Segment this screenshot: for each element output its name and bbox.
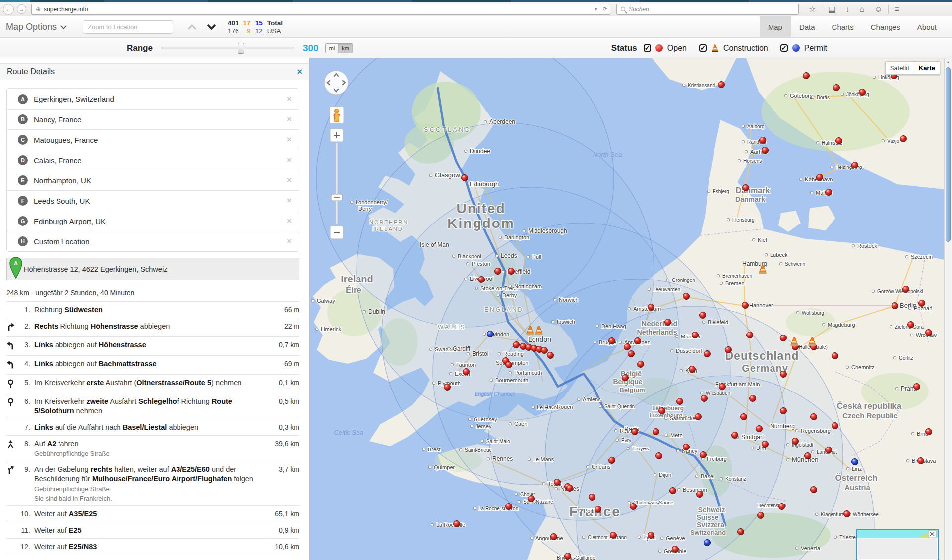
back-button[interactable]: ← [3, 4, 14, 15]
url-text[interactable]: supercharge.info [44, 6, 592, 13]
supercharger-marker-open[interactable] [826, 447, 832, 453]
supercharger-marker-open[interactable] [683, 293, 690, 300]
permit-checkbox[interactable]: ✓ [780, 44, 788, 52]
supercharger-marker-open[interactable] [551, 534, 557, 540]
pegman-control[interactable] [330, 107, 344, 123]
expand-chevron-icon[interactable] [207, 21, 216, 30]
browser-tab[interactable] [30, 0, 104, 2]
supercharger-marker-open[interactable] [648, 532, 654, 539]
route-waypoint-row[interactable]: GEdinburgh Airport, UK× [7, 211, 299, 231]
browser-tab[interactable] [0, 0, 30, 2]
map-type-satellite-button[interactable]: Satellit [885, 61, 914, 75]
supercharger-marker-open[interactable] [780, 335, 787, 341]
supercharger-marker-open[interactable] [762, 441, 769, 448]
supercharger-marker-open[interactable] [528, 496, 535, 502]
supercharger-marker-open[interactable] [638, 361, 644, 368]
tab-charts[interactable]: Charts [824, 16, 862, 38]
supercharger-marker-open[interactable] [554, 479, 561, 486]
map-type-map-button[interactable]: Karte [914, 61, 940, 75]
map[interactable]: Satellit Karte [310, 58, 944, 560]
supercharger-marker-open[interactable] [610, 532, 617, 539]
supercharger-marker-open[interactable] [632, 429, 638, 435]
supercharger-marker-open[interactable] [900, 136, 907, 142]
search-input[interactable] [629, 6, 798, 13]
supercharger-marker-open[interactable] [506, 362, 512, 368]
supercharger-marker-open[interactable] [719, 384, 726, 390]
supercharger-marker-open[interactable] [811, 487, 817, 493]
supercharger-marker-open[interactable] [758, 512, 764, 519]
supercharger-marker-open[interactable] [704, 351, 711, 357]
supercharger-marker-open[interactable] [648, 304, 654, 311]
map-pan-control[interactable] [324, 71, 348, 95]
supercharger-marker-open[interactable] [926, 330, 932, 336]
feedback-icon[interactable]: ☺ [874, 5, 882, 14]
supercharger-marker-open[interactable] [738, 529, 744, 535]
route-waypoint-row[interactable]: BNancy, France× [7, 109, 299, 129]
bookmarks-menu-icon[interactable]: ▤ [828, 4, 835, 14]
supercharger-marker-open[interactable] [463, 369, 470, 375]
supercharger-marker-open[interactable] [462, 175, 468, 181]
remove-waypoint-icon[interactable]: × [287, 94, 292, 104]
supercharger-marker-open[interactable] [567, 485, 573, 492]
map-canvas[interactable]: UnitedKingdomSCOTLANDNORTHERNIRELANDENGL… [310, 58, 944, 560]
search-bar[interactable] [616, 4, 799, 15]
supercharger-marker-open[interactable] [844, 511, 850, 517]
forward-button[interactable]: → [17, 4, 26, 14]
supercharger-marker-open[interactable] [670, 488, 676, 494]
supercharger-marker-open[interactable] [683, 444, 690, 450]
browser-tab[interactable] [208, 0, 293, 2]
scrollbar-thumb[interactable] [946, 67, 951, 242]
range-slider[interactable] [161, 47, 294, 49]
supercharger-marker-open[interactable] [541, 347, 548, 354]
supercharger-marker-open[interactable] [478, 277, 485, 283]
supercharger-marker-open[interactable] [697, 491, 703, 498]
supercharger-marker-open[interactable] [817, 174, 823, 181]
browser-tab[interactable] [749, 0, 952, 2]
supercharger-marker-open[interactable] [919, 300, 925, 307]
supercharger-marker-open[interactable] [741, 414, 747, 420]
supercharger-marker-open[interactable] [725, 347, 732, 353]
remove-waypoint-icon[interactable]: × [287, 175, 292, 185]
supercharger-marker-open[interactable] [444, 384, 451, 391]
window-scrollbar[interactable]: ▲ [944, 58, 952, 560]
supercharger-marker-open[interactable] [892, 303, 898, 309]
browser-tab[interactable] [412, 0, 511, 2]
bookmark-star-icon[interactable]: ☆ [809, 4, 816, 14]
url-bar[interactable]: ⊕ supercharge.info ▾ ⟳ [31, 4, 610, 15]
supercharger-marker-open[interactable] [513, 342, 520, 348]
home-icon[interactable]: ⌂ [859, 5, 864, 14]
supercharger-marker-open[interactable] [760, 137, 766, 144]
supercharger-marker-open[interactable] [779, 504, 785, 510]
browser-tab[interactable] [511, 0, 640, 2]
unit-mi-button[interactable]: mi [326, 44, 339, 53]
supercharger-marker-open[interactable] [609, 338, 615, 344]
supercharger-marker-open[interactable] [589, 494, 595, 501]
supercharger-marker-open[interactable] [832, 353, 838, 359]
supercharger-marker-open[interactable] [609, 457, 615, 464]
remove-waypoint-icon[interactable]: × [287, 155, 292, 165]
supercharger-marker-open[interactable] [832, 423, 838, 429]
supercharger-marker-open[interactable] [852, 162, 858, 168]
supercharger-marker-open[interactable] [695, 414, 702, 420]
tab-changes[interactable]: Changes [862, 16, 909, 38]
tab-map[interactable]: Map [760, 16, 791, 38]
supercharger-marker-open[interactable] [908, 322, 914, 328]
supercharger-marker-open[interactable] [732, 432, 738, 439]
supercharger-marker-open[interactable] [792, 438, 799, 445]
route-waypoint-row[interactable]: FLeeds South, UK× [7, 190, 299, 211]
supercharger-marker-open[interactable] [665, 319, 671, 326]
remove-waypoint-icon[interactable]: × [287, 216, 292, 226]
supercharger-marker-open[interactable] [742, 302, 749, 309]
supercharger-marker-open[interactable] [547, 352, 554, 359]
range-slider-handle[interactable] [238, 43, 244, 54]
route-waypoint-row[interactable]: ENorthampton, UK× [7, 170, 299, 190]
browser-tab[interactable] [640, 0, 749, 2]
supercharger-marker-open[interactable] [805, 453, 811, 459]
supercharger-marker-open[interactable] [659, 408, 665, 414]
remove-waypoint-icon[interactable]: × [287, 196, 292, 206]
supercharger-marker-open[interactable] [508, 268, 515, 275]
supercharger-marker-open[interactable] [672, 546, 679, 553]
downloads-icon[interactable]: ↓ [845, 5, 849, 14]
supercharger-marker-open[interactable] [914, 384, 920, 390]
supercharger-marker-open[interactable] [918, 458, 924, 464]
